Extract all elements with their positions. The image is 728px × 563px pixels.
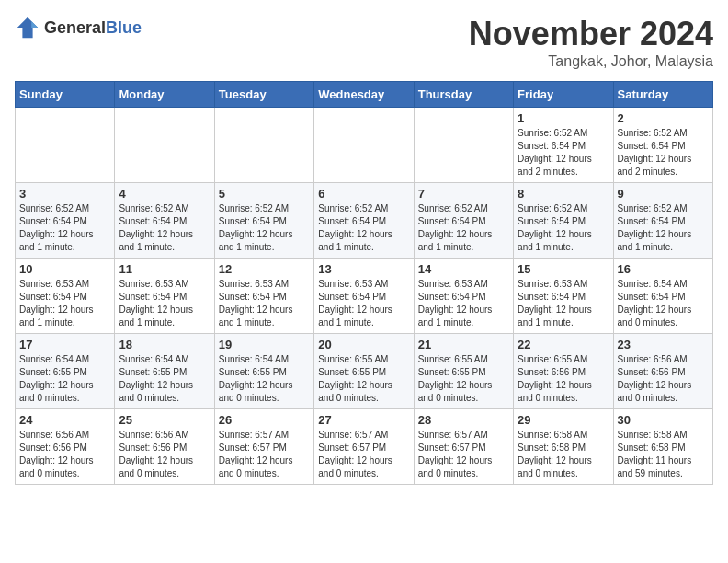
day-info-30: Sunrise: 6:58 AM Sunset: 6:58 PM Dayligh…: [618, 429, 709, 480]
cell-w2-d0: 10Sunrise: 6:53 AM Sunset: 6:54 PM Dayli…: [16, 259, 115, 334]
cell-w0-d4: [414, 108, 513, 183]
cell-w0-d0: [16, 108, 115, 183]
day-number-29: 29: [518, 413, 609, 427]
day-number-5: 5: [219, 187, 310, 201]
cell-w2-d6: 16Sunrise: 6:54 AM Sunset: 6:54 PM Dayli…: [613, 259, 712, 334]
cell-w0-d6: 2Sunrise: 6:52 AM Sunset: 6:54 PM Daylig…: [613, 108, 712, 183]
day-info-22: Sunrise: 6:55 AM Sunset: 6:56 PM Dayligh…: [518, 353, 609, 405]
day-info-14: Sunrise: 6:53 AM Sunset: 6:54 PM Dayligh…: [418, 278, 509, 329]
day-info-25: Sunrise: 6:56 AM Sunset: 6:56 PM Dayligh…: [119, 429, 210, 480]
cell-w1-d4: 7Sunrise: 6:52 AM Sunset: 6:54 PM Daylig…: [414, 183, 513, 259]
cell-w0-d5: 1Sunrise: 6:52 AM Sunset: 6:54 PM Daylig…: [514, 108, 613, 183]
header-area: GeneralBlue November 2024 Tangkak, Johor…: [15, 15, 713, 70]
logo: GeneralBlue: [15, 15, 142, 40]
cell-w1-d6: 9Sunrise: 6:52 AM Sunset: 6:54 PM Daylig…: [613, 183, 712, 259]
cell-w2-d1: 11Sunrise: 6:53 AM Sunset: 6:54 PM Dayli…: [115, 259, 214, 334]
day-number-8: 8: [518, 187, 609, 201]
day-info-11: Sunrise: 6:53 AM Sunset: 6:54 PM Dayligh…: [119, 278, 210, 329]
cell-w3-d2: 19Sunrise: 6:54 AM Sunset: 6:55 PM Dayli…: [214, 334, 313, 409]
col-saturday: Saturday: [613, 82, 712, 108]
cell-w0-d1: [115, 108, 214, 183]
location-title: Tangkak, Johor, Malaysia: [469, 53, 713, 70]
cell-w3-d6: 23Sunrise: 6:56 AM Sunset: 6:56 PM Dayli…: [613, 334, 712, 409]
cell-w4-d5: 29Sunrise: 6:58 AM Sunset: 6:58 PM Dayli…: [514, 409, 613, 485]
day-info-23: Sunrise: 6:56 AM Sunset: 6:56 PM Dayligh…: [618, 353, 709, 405]
day-info-17: Sunrise: 6:54 AM Sunset: 6:55 PM Dayligh…: [19, 353, 110, 405]
cell-w2-d3: 13Sunrise: 6:53 AM Sunset: 6:54 PM Dayli…: [314, 259, 414, 334]
day-info-8: Sunrise: 6:52 AM Sunset: 6:54 PM Dayligh…: [518, 202, 609, 254]
day-number-19: 19: [219, 338, 310, 351]
day-info-1: Sunrise: 6:52 AM Sunset: 6:54 PM Dayligh…: [518, 127, 609, 178]
cell-w0-d2: [214, 108, 313, 183]
day-info-7: Sunrise: 6:52 AM Sunset: 6:54 PM Dayligh…: [418, 202, 509, 254]
cell-w1-d3: 6Sunrise: 6:52 AM Sunset: 6:54 PM Daylig…: [314, 183, 414, 259]
cell-w3-d3: 20Sunrise: 6:55 AM Sunset: 6:55 PM Dayli…: [314, 334, 414, 409]
calendar-header: Sunday Monday Tuesday Wednesday Thursday…: [16, 82, 713, 108]
day-number-3: 3: [19, 187, 110, 201]
cell-w4-d2: 26Sunrise: 6:57 AM Sunset: 6:57 PM Dayli…: [214, 409, 313, 485]
cell-w4-d1: 25Sunrise: 6:56 AM Sunset: 6:56 PM Dayli…: [115, 409, 214, 485]
day-info-12: Sunrise: 6:53 AM Sunset: 6:54 PM Dayligh…: [219, 278, 310, 329]
calendar: Sunday Monday Tuesday Wednesday Thursday…: [15, 81, 713, 485]
cell-w3-d5: 22Sunrise: 6:55 AM Sunset: 6:56 PM Dayli…: [514, 334, 613, 409]
cell-w2-d5: 15Sunrise: 6:53 AM Sunset: 6:54 PM Dayli…: [514, 259, 613, 334]
day-number-24: 24: [19, 413, 110, 427]
cell-w3-d4: 21Sunrise: 6:55 AM Sunset: 6:55 PM Dayli…: [414, 334, 513, 409]
week-row-4: 24Sunrise: 6:56 AM Sunset: 6:56 PM Dayli…: [16, 409, 713, 485]
cell-w3-d1: 18Sunrise: 6:54 AM Sunset: 6:55 PM Dayli…: [115, 334, 214, 409]
col-monday: Monday: [115, 82, 214, 108]
day-info-15: Sunrise: 6:53 AM Sunset: 6:54 PM Dayligh…: [518, 278, 609, 329]
day-info-26: Sunrise: 6:57 AM Sunset: 6:57 PM Dayligh…: [219, 429, 310, 480]
cell-w1-d1: 4Sunrise: 6:52 AM Sunset: 6:54 PM Daylig…: [115, 183, 214, 259]
day-number-23: 23: [618, 338, 709, 351]
day-info-3: Sunrise: 6:52 AM Sunset: 6:54 PM Dayligh…: [19, 202, 110, 254]
header-row: Sunday Monday Tuesday Wednesday Thursday…: [16, 82, 713, 108]
day-number-10: 10: [19, 262, 110, 276]
day-number-6: 6: [318, 187, 409, 201]
day-number-2: 2: [618, 111, 709, 125]
cell-w4-d4: 28Sunrise: 6:57 AM Sunset: 6:57 PM Dayli…: [414, 409, 513, 485]
day-info-29: Sunrise: 6:58 AM Sunset: 6:58 PM Dayligh…: [518, 429, 609, 480]
col-thursday: Thursday: [414, 82, 513, 108]
day-number-28: 28: [418, 413, 509, 427]
title-area: November 2024 Tangkak, Johor, Malaysia: [469, 15, 713, 70]
col-wednesday: Wednesday: [314, 82, 414, 108]
cell-w1-d0: 3Sunrise: 6:52 AM Sunset: 6:54 PM Daylig…: [16, 183, 115, 259]
day-number-22: 22: [518, 338, 609, 351]
day-number-17: 17: [19, 338, 110, 351]
day-info-10: Sunrise: 6:53 AM Sunset: 6:54 PM Dayligh…: [19, 278, 110, 329]
day-info-13: Sunrise: 6:53 AM Sunset: 6:54 PM Dayligh…: [318, 278, 409, 329]
cell-w4-d3: 27Sunrise: 6:57 AM Sunset: 6:57 PM Dayli…: [314, 409, 414, 485]
calendar-body: 1Sunrise: 6:52 AM Sunset: 6:54 PM Daylig…: [16, 108, 713, 485]
week-row-3: 17Sunrise: 6:54 AM Sunset: 6:55 PM Dayli…: [16, 334, 713, 409]
day-number-14: 14: [418, 262, 509, 276]
day-info-18: Sunrise: 6:54 AM Sunset: 6:55 PM Dayligh…: [119, 353, 210, 405]
day-info-5: Sunrise: 6:52 AM Sunset: 6:54 PM Dayligh…: [219, 202, 310, 254]
day-number-30: 30: [618, 413, 709, 427]
week-row-2: 10Sunrise: 6:53 AM Sunset: 6:54 PM Dayli…: [16, 259, 713, 334]
cell-w2-d2: 12Sunrise: 6:53 AM Sunset: 6:54 PM Dayli…: [214, 259, 313, 334]
day-info-28: Sunrise: 6:57 AM Sunset: 6:57 PM Dayligh…: [418, 429, 509, 480]
day-number-21: 21: [418, 338, 509, 351]
day-info-21: Sunrise: 6:55 AM Sunset: 6:55 PM Dayligh…: [418, 353, 509, 405]
day-number-9: 9: [618, 187, 709, 201]
day-info-2: Sunrise: 6:52 AM Sunset: 6:54 PM Dayligh…: [618, 127, 709, 178]
day-number-12: 12: [219, 262, 310, 276]
week-row-0: 1Sunrise: 6:52 AM Sunset: 6:54 PM Daylig…: [16, 108, 713, 183]
col-friday: Friday: [514, 82, 613, 108]
month-title: November 2024: [469, 15, 713, 53]
day-number-18: 18: [119, 338, 210, 351]
day-info-24: Sunrise: 6:56 AM Sunset: 6:56 PM Dayligh…: [19, 429, 110, 480]
day-info-27: Sunrise: 6:57 AM Sunset: 6:57 PM Dayligh…: [318, 429, 409, 480]
col-tuesday: Tuesday: [214, 82, 313, 108]
day-number-7: 7: [418, 187, 509, 201]
cell-w4-d6: 30Sunrise: 6:58 AM Sunset: 6:58 PM Dayli…: [613, 409, 712, 485]
day-number-26: 26: [219, 413, 310, 427]
cell-w2-d4: 14Sunrise: 6:53 AM Sunset: 6:54 PM Dayli…: [414, 259, 513, 334]
cell-w0-d3: [314, 108, 414, 183]
day-info-16: Sunrise: 6:54 AM Sunset: 6:54 PM Dayligh…: [618, 278, 709, 329]
day-info-4: Sunrise: 6:52 AM Sunset: 6:54 PM Dayligh…: [119, 202, 210, 254]
day-number-27: 27: [318, 413, 409, 427]
logo-blue: Blue: [106, 18, 142, 37]
day-number-1: 1: [518, 111, 609, 125]
